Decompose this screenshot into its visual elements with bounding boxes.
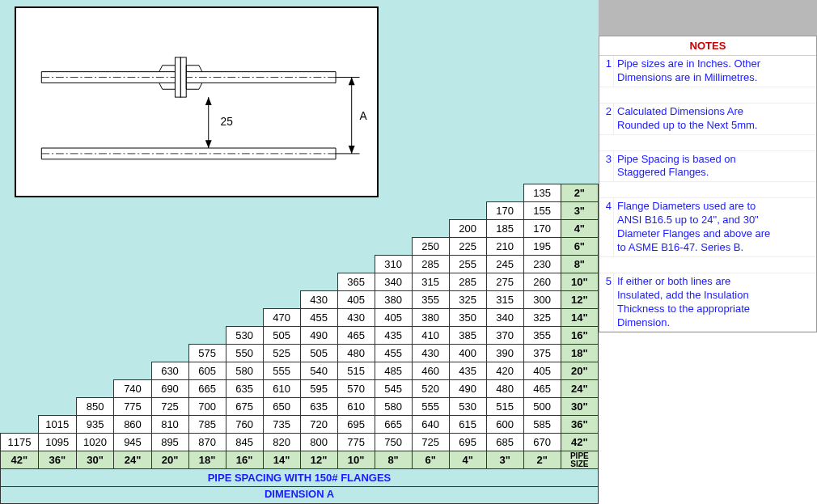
spacing-cell: 380 — [412, 309, 449, 327]
spacing-cell: 505 — [263, 327, 300, 345]
pipe-diagram-svg: 25 A — [16, 8, 377, 196]
spacing-cell: 555 — [412, 398, 449, 416]
spacing-cell: 640 — [412, 416, 449, 434]
spacing-cell: 210 — [486, 238, 523, 256]
spacing-cell: 775 — [114, 398, 151, 416]
spacing-cell: 185 — [486, 220, 523, 238]
pipe-diagram: 25 A — [15, 6, 379, 197]
svg-marker-18 — [349, 78, 355, 86]
spacing-cell: 550 — [226, 345, 263, 362]
spacing-cell: 490 — [300, 327, 337, 345]
size-row-cell: 42" — [1, 451, 39, 469]
spacing-cell: 515 — [337, 362, 375, 380]
spacing-cell: 435 — [449, 362, 486, 380]
spacing-cell: 285 — [449, 273, 486, 291]
spacing-cell: 810 — [151, 416, 188, 434]
note-row: 4Flange Diameters used are toANSI B16.5 … — [599, 198, 816, 257]
note-number: 2 — [599, 104, 614, 134]
spacing-cell: 945 — [114, 434, 151, 451]
spacing-cell: 470 — [263, 309, 300, 327]
spacing-cell: 385 — [449, 327, 486, 345]
note-text: Flange Diameters used are toANSI B16.5 u… — [614, 198, 816, 256]
spacing-cell: 155 — [523, 202, 561, 220]
spacing-cell: 135 — [523, 184, 561, 202]
svg-marker-14 — [205, 140, 212, 148]
size-col-cell: 6" — [561, 238, 598, 256]
spacing-cell: 595 — [300, 380, 337, 398]
spacing-cell: 370 — [486, 327, 523, 345]
spacing-cell: 690 — [151, 380, 188, 398]
note-number: 3 — [599, 151, 614, 182]
spacing-cell: 315 — [412, 273, 449, 291]
size-col-cell: 12" — [561, 291, 598, 309]
spacing-cell: 230 — [523, 256, 561, 273]
spacing-cell: 490 — [449, 380, 486, 398]
spacing-cell: 455 — [375, 345, 412, 362]
spacing-table: 1352"1701553"2001851704"2502252101956"31… — [0, 184, 599, 469]
spacing-cell: 315 — [486, 291, 523, 309]
size-row-cell: 14" — [263, 451, 300, 469]
spacing-cell: 525 — [263, 345, 300, 362]
note-number: 4 — [599, 198, 614, 256]
spacing-cell: 300 — [523, 291, 561, 309]
size-row-cell: 36" — [38, 451, 76, 469]
spacing-cell: 570 — [337, 380, 375, 398]
spacing-cell: 695 — [449, 434, 486, 451]
size-row-cell: 8" — [375, 451, 412, 469]
size-col-cell: 30" — [561, 398, 598, 416]
spacing-cell: 615 — [449, 416, 486, 434]
spacing-cell: 605 — [188, 362, 226, 380]
size-col-cell: 14" — [561, 309, 598, 327]
spacing-cell: 695 — [337, 416, 375, 434]
spacing-cell: 430 — [300, 291, 337, 309]
right-top-bar — [599, 0, 817, 36]
spacing-cell: 250 — [412, 238, 449, 256]
spacing-cell: 540 — [300, 362, 337, 380]
size-col-cell: 10" — [561, 273, 598, 291]
spacing-cell: 575 — [188, 345, 226, 362]
spacing-cell: 725 — [412, 434, 449, 451]
size-col-cell: 36" — [561, 416, 598, 434]
spacing-cell: 255 — [449, 256, 486, 273]
note-text: Pipe sizes are in Inches. OtherDimension… — [614, 56, 816, 87]
note-text: Calculated Dimensions AreRounded up to t… — [614, 104, 816, 134]
note-number: 1 — [599, 56, 614, 87]
size-col-cell: 18" — [561, 345, 598, 362]
size-col-cell: 8" — [561, 256, 598, 273]
spacing-cell: 585 — [523, 416, 561, 434]
size-col-cell: 24" — [561, 380, 598, 398]
spacing-cell: 325 — [449, 291, 486, 309]
size-row-cell: 6" — [412, 451, 449, 469]
spacing-cell: 635 — [300, 398, 337, 416]
spacing-cell: 480 — [337, 345, 375, 362]
spacing-cell: 665 — [188, 380, 226, 398]
size-row-cell: 10" — [337, 451, 375, 469]
spacing-cell: 485 — [375, 362, 412, 380]
spacing-cell: 515 — [486, 398, 523, 416]
size-row-cell: 12" — [300, 451, 337, 469]
spacing-cell: 405 — [523, 362, 561, 380]
spacing-cell: 580 — [375, 398, 412, 416]
spacing-cell: 800 — [300, 434, 337, 451]
spacing-cell: 430 — [412, 345, 449, 362]
size-col-cell: 42" — [561, 434, 598, 451]
spacing-cell: 740 — [114, 380, 151, 398]
spacing-cell: 340 — [375, 273, 412, 291]
spacing-cell: 200 — [449, 220, 486, 238]
spacing-cell: 530 — [226, 327, 263, 345]
spacing-cell: 365 — [337, 273, 375, 291]
spacing-cell: 610 — [337, 398, 375, 416]
size-row-cell: 3" — [486, 451, 523, 469]
spacing-cell: 610 — [263, 380, 300, 398]
spacing-cell: 700 — [188, 398, 226, 416]
size-col-cell: 20" — [561, 362, 598, 380]
spacing-cell: 355 — [412, 291, 449, 309]
spacing-cell: 635 — [226, 380, 263, 398]
spacing-cell: 430 — [337, 309, 375, 327]
spacing-cell: 665 — [375, 416, 412, 434]
spacing-cell: 435 — [375, 327, 412, 345]
size-row-cell: 18" — [188, 451, 226, 469]
spacing-cell: 850 — [76, 398, 114, 416]
spacing-cell: 340 — [486, 309, 523, 327]
spacing-cell: 895 — [151, 434, 188, 451]
